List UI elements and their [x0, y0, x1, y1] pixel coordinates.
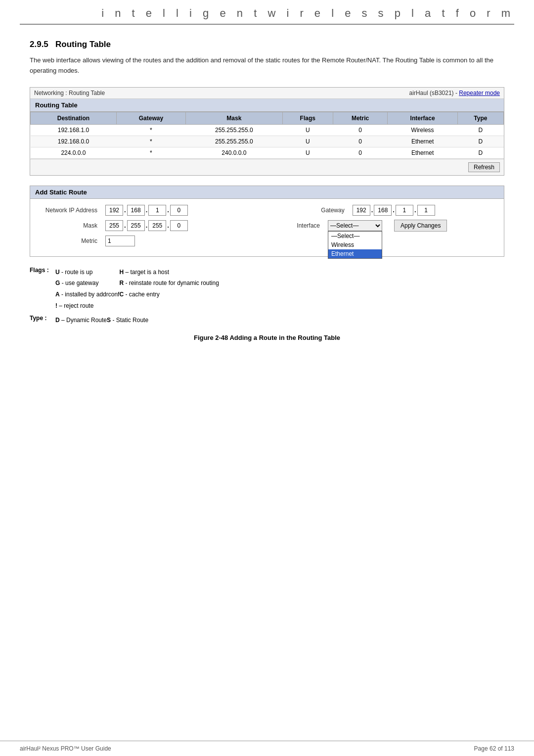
- network-ip-o1[interactable]: [105, 205, 123, 216]
- col-destination: Destination: [31, 112, 117, 124]
- refresh-row: Refresh: [30, 159, 504, 175]
- footer-right: Page 62 of 113: [474, 745, 514, 752]
- mask-ip-group: . . .: [105, 220, 188, 231]
- type-d: D – Dynamic Route: [55, 315, 107, 326]
- legend-section: Flags : U - route is up G - use gateway …: [30, 267, 504, 326]
- cell-type: D: [457, 136, 503, 147]
- section-description: The web interface allows viewing of the …: [30, 55, 504, 76]
- table-row: 224.0.0.0*240.0.0.0U0EthernetD: [31, 147, 504, 158]
- dot6: .: [414, 206, 416, 214]
- routing-table-header: Routing Table: [30, 99, 504, 112]
- network-ip-o2[interactable]: [127, 205, 145, 216]
- flags-right-items: H – target is a host R - reinstate route…: [119, 267, 219, 312]
- flag-h: H – target is a host: [119, 267, 219, 278]
- dot7: .: [124, 222, 126, 229]
- gateway-ip-o3[interactable]: [396, 205, 413, 216]
- network-ip-o3[interactable]: [148, 205, 166, 216]
- flag-u: U - route is up: [55, 267, 119, 278]
- device-name: airHaul (sB3021): [409, 90, 454, 96]
- type-title: Type :: [30, 315, 55, 322]
- apply-button[interactable]: Apply Changes: [394, 220, 447, 232]
- network-ip-o4[interactable]: [170, 205, 188, 216]
- flag-g: G - use gateway: [55, 278, 119, 289]
- cell-metric: 0: [333, 136, 388, 147]
- cell-mask: 240.0.0.0: [185, 147, 282, 158]
- refresh-button[interactable]: Refresh: [468, 162, 500, 172]
- header: i n t e l l i g e n t w i r e l e s s p …: [0, 0, 534, 24]
- cell-flags: U: [282, 124, 333, 136]
- gateway-ip-o4[interactable]: [417, 205, 435, 216]
- dot8: .: [146, 222, 148, 229]
- form-row-metric: Metric: [38, 236, 496, 246]
- mask-o3[interactable]: [148, 220, 166, 231]
- add-static-body: Network IP Address . . . Gateway .: [30, 199, 504, 256]
- cell-mask: 255.255.255.0: [185, 124, 282, 136]
- flags-row: Flags : U - route is up G - use gateway …: [30, 267, 504, 312]
- col-gateway: Gateway: [116, 112, 185, 124]
- type-s: S - Static Route: [107, 317, 148, 324]
- dot3: .: [167, 206, 169, 214]
- dropdown-option-select[interactable]: —Select—: [328, 232, 382, 240]
- interface-select[interactable]: —Select— Wireless Ethernet: [328, 220, 382, 231]
- col-type: Type: [457, 112, 503, 124]
- flag-r: R - reinstate route for dynamic routing: [119, 278, 219, 289]
- cell-flags: U: [282, 147, 333, 158]
- col-interface: Interface: [388, 112, 458, 124]
- cell-destination: 192.168.0.0: [31, 136, 117, 147]
- dot5: .: [393, 206, 395, 214]
- cell-interface: Ethernet: [388, 136, 458, 147]
- cell-gateway: *: [116, 147, 185, 158]
- interface-label: Interface: [285, 222, 320, 229]
- cell-destination: 224.0.0.0: [31, 147, 117, 158]
- type-right-col: S - Static Route: [107, 315, 148, 326]
- network-ip-group: . . .: [105, 205, 188, 216]
- gateway-label: Gateway: [310, 207, 345, 214]
- mask-o2[interactable]: [127, 220, 145, 231]
- device-mode: airHaul (sB3021) - Repeater mode: [409, 90, 500, 96]
- dropdown-option-wireless[interactable]: Wireless: [328, 240, 382, 249]
- add-static-header: Add Static Route: [30, 186, 504, 199]
- section-number: 2.9.5: [30, 40, 48, 49]
- main-content: 2.9.5 Routing Table The web interface al…: [0, 25, 534, 376]
- flag-c: C - cache entry: [119, 289, 219, 300]
- gateway-ip-o2[interactable]: [374, 205, 392, 216]
- dot1: .: [124, 206, 126, 214]
- type-left-col: Type : D – Dynamic Route: [30, 315, 107, 326]
- cell-interface: Wireless: [388, 124, 458, 136]
- col-mask: Mask: [185, 112, 282, 124]
- mask-o4[interactable]: [170, 220, 188, 231]
- section-heading: 2.9.5 Routing Table: [30, 40, 504, 49]
- cell-gateway: *: [116, 124, 185, 136]
- col-metric: Metric: [333, 112, 388, 124]
- interface-dropdown-container: —Select— Wireless Ethernet —Select— Wire…: [328, 220, 382, 231]
- footer: airHaul² Nexus PRO™ User Guide Page 62 o…: [0, 741, 534, 756]
- metric-input[interactable]: [105, 236, 135, 246]
- add-static-section: Add Static Route Network IP Address . . …: [30, 186, 504, 257]
- header-title: i n t e l l i g e n t w i r e l e s s p …: [101, 7, 514, 20]
- section-title: Routing Table: [55, 40, 111, 49]
- networking-bar: Networking : Routing Table airHaul (sB30…: [30, 88, 504, 99]
- cell-flags: U: [282, 136, 333, 147]
- routing-table-section: Routing Table Destination Gateway Mask F…: [30, 99, 504, 175]
- flag-exclaim: ! – reject route: [55, 300, 119, 312]
- footer-left: airHaul² Nexus PRO™ User Guide: [20, 745, 111, 752]
- cell-interface: Ethernet: [388, 147, 458, 158]
- dropdown-option-ethernet[interactable]: Ethernet: [328, 249, 382, 258]
- flags-left-items: U - route is up G - use gateway A - inst…: [55, 267, 119, 312]
- flags-title: Flags :: [30, 267, 55, 274]
- table-row: 192.168.0.0*255.255.255.0U0EthernetD: [31, 136, 504, 147]
- flag-a: A - installed by addrconf: [55, 289, 119, 300]
- flags-left-col: Flags : U - route is up G - use gateway …: [30, 267, 119, 312]
- metric-label: Metric: [38, 237, 97, 244]
- mask-o1[interactable]: [105, 220, 123, 231]
- form-row-mask: Mask . . . Interface —Select— Wireless: [38, 220, 496, 232]
- figure-caption: Figure 2-48 Adding a Route in the Routin…: [30, 334, 504, 341]
- cell-destination: 192.168.1.0: [31, 124, 117, 136]
- dot2: .: [146, 206, 148, 214]
- mode-link[interactable]: Repeater mode: [459, 90, 500, 96]
- gateway-ip-o1[interactable]: [353, 205, 370, 216]
- mask-label: Mask: [38, 222, 97, 229]
- dot4: .: [371, 206, 373, 214]
- dropdown-open: —Select— Wireless Ethernet: [328, 231, 382, 259]
- ui-box: Networking : Routing Table airHaul (sB30…: [30, 87, 504, 176]
